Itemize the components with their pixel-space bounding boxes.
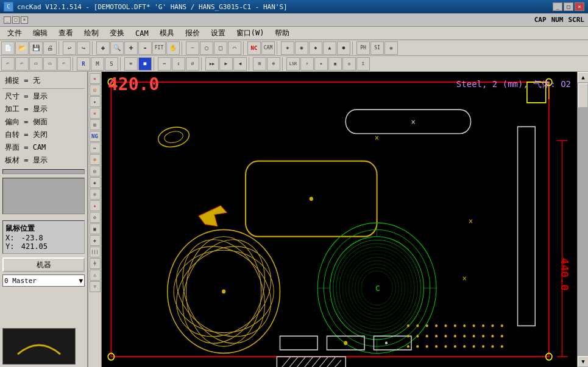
rect3-btn[interactable]: ▭: [43, 57, 57, 71]
master-dropdown[interactable]: 0 Master ▼: [2, 274, 85, 287]
rect-btn[interactable]: □: [214, 41, 227, 55]
menu-edit[interactable]: 编辑: [28, 27, 52, 40]
scroll-down-button[interactable]: ▼: [578, 356, 588, 367]
offset-status[interactable]: 偏向 = 侧面: [2, 116, 85, 128]
dim3-btn[interactable]: ⌀: [186, 57, 199, 71]
strip-icon-2[interactable]: ⊡: [90, 85, 101, 96]
line-btn[interactable]: —: [186, 41, 199, 55]
redo-btn[interactable]: ↪: [77, 41, 90, 55]
circle-btn[interactable]: ○: [200, 41, 213, 55]
save-btn[interactable]: 💾: [29, 41, 43, 55]
open-btn[interactable]: 📂: [15, 41, 29, 55]
strip-icon-18[interactable]: △: [90, 270, 101, 281]
canvas-area[interactable]: 420.0 Steel, 2 (mm), 气体: O2 ×: [102, 72, 577, 367]
strip-icon-12[interactable]: ✦: [90, 200, 101, 211]
strip-icon-3[interactable]: ✦: [90, 96, 101, 107]
laser6-btn[interactable]: Σ: [356, 57, 370, 71]
process-status[interactable]: 加工 = 显示: [2, 103, 85, 116]
new-btn[interactable]: 📄: [1, 41, 15, 55]
menu-help[interactable]: 帮助: [270, 27, 294, 40]
undo-btn[interactable]: ↩: [63, 41, 76, 55]
strip-icon-16[interactable]: |||: [90, 246, 101, 257]
zoom-fit-btn[interactable]: FIT: [152, 41, 166, 55]
strip-icon-1[interactable]: ✕: [90, 73, 101, 84]
laser4-btn[interactable]: ▣: [328, 57, 342, 71]
menu-transform[interactable]: 变换: [105, 27, 129, 40]
grid-btn[interactable]: ⊞: [253, 57, 266, 71]
menu-file[interactable]: 文件: [2, 27, 27, 40]
rotate-btn[interactable]: R: [77, 57, 90, 71]
cam-btn[interactable]: CAM: [261, 41, 275, 55]
strip-icon-6[interactable]: NG: [90, 131, 101, 142]
machine-button[interactable]: 机器: [2, 257, 85, 272]
laser3-btn[interactable]: ✦: [314, 57, 328, 71]
rotation-status[interactable]: 自转 = 关闭: [2, 128, 85, 141]
menu-cam[interactable]: CAM: [130, 28, 154, 39]
menu-quote[interactable]: 报价: [180, 27, 205, 40]
sheet-status[interactable]: 板材 = 显示: [2, 154, 85, 167]
strip-icon-5[interactable]: ⊞: [90, 119, 101, 130]
tool1-btn[interactable]: ◈: [281, 41, 294, 55]
strip-icon-10[interactable]: ◈: [90, 177, 101, 188]
strip-icon-13[interactable]: ⊘: [90, 212, 101, 223]
strip-icon-4[interactable]: ✕: [90, 108, 101, 119]
arc-btn[interactable]: ⌒: [228, 41, 241, 55]
extra3-btn[interactable]: ⊕: [384, 41, 398, 55]
print-btn[interactable]: 🖨: [43, 41, 57, 55]
zoom-btn[interactable]: 🔍: [110, 41, 124, 55]
tool3-btn[interactable]: ◆: [309, 41, 322, 55]
menu-settings[interactable]: 设置: [206, 27, 230, 40]
strip-icon-11[interactable]: ⊙: [90, 189, 101, 200]
corner-btn[interactable]: ⌐: [57, 57, 71, 71]
extra1-btn[interactable]: PH: [356, 41, 370, 55]
drawing-canvas[interactable]: ×: [102, 72, 577, 367]
snap-status[interactable]: 捕捉 = 无: [2, 74, 85, 87]
zoom-in-btn[interactable]: +: [124, 41, 138, 55]
scroll-thumb[interactable]: [578, 83, 588, 108]
laser1-btn[interactable]: LSR: [286, 57, 300, 71]
process1-btn[interactable]: ▶▶: [205, 57, 219, 71]
strip-icon-15[interactable]: ❖: [90, 235, 101, 246]
strip-icon-19[interactable]: ▽: [90, 281, 101, 292]
axis-btn[interactable]: ⊕: [267, 57, 280, 71]
pan-btn[interactable]: ✋: [166, 41, 180, 55]
process2-btn[interactable]: ▶: [219, 57, 233, 71]
close-button[interactable]: ×: [575, 2, 584, 11]
layer-btn[interactable]: ≡: [124, 57, 138, 71]
rect2-btn[interactable]: ▭: [29, 57, 43, 71]
strip-icon-7[interactable]: ↔: [90, 142, 101, 153]
dim2-btn[interactable]: ↕: [172, 57, 185, 71]
minimize-button[interactable]: _: [553, 2, 562, 11]
maximize-button[interactable]: □: [564, 2, 573, 11]
process3-btn[interactable]: ◀: [233, 57, 247, 71]
snap-btn[interactable]: ⌐: [1, 57, 15, 71]
interface-status[interactable]: 界面 = CAM: [2, 141, 85, 154]
menu-window[interactable]: 窗口(W): [232, 27, 269, 40]
tool5-btn[interactable]: ●: [337, 41, 350, 55]
tool4-btn[interactable]: ▲: [323, 41, 336, 55]
scroll-up-button[interactable]: ▲: [578, 72, 588, 83]
menu-view[interactable]: 查看: [54, 27, 78, 40]
strip-icon-14[interactable]: ▣: [90, 223, 101, 234]
sidebar-scroll[interactable]: [2, 169, 85, 174]
select-btn[interactable]: ✥: [96, 41, 110, 55]
nc-btn[interactable]: NC: [247, 41, 261, 55]
zoom-out-btn[interactable]: -: [138, 41, 152, 55]
menu-tools[interactable]: 模具: [155, 27, 179, 40]
strip-icon-8[interactable]: ⊕: [90, 154, 101, 165]
laser5-btn[interactable]: ◎: [342, 57, 356, 71]
dim1-btn[interactable]: ↔: [158, 57, 171, 71]
vertical-scrollbar[interactable]: ▲ ▼: [577, 72, 588, 367]
strip-icon-17[interactable]: ╪: [90, 258, 101, 269]
snap2-btn[interactable]: ⌐: [15, 57, 29, 71]
scale-btn[interactable]: S: [105, 57, 118, 71]
window-controls[interactable]: _ □ ×: [553, 2, 584, 11]
scroll-track[interactable]: [578, 83, 588, 356]
tool2-btn[interactable]: ◉: [295, 41, 308, 55]
dimension-status[interactable]: 尺寸 = 显示: [2, 90, 85, 103]
extra2-btn[interactable]: SI: [370, 41, 384, 55]
mirror-btn[interactable]: M: [91, 57, 104, 71]
laser2-btn[interactable]: ⚡: [300, 57, 314, 71]
fill-btn[interactable]: ■: [138, 57, 152, 71]
menu-draw[interactable]: 绘制: [79, 27, 104, 40]
